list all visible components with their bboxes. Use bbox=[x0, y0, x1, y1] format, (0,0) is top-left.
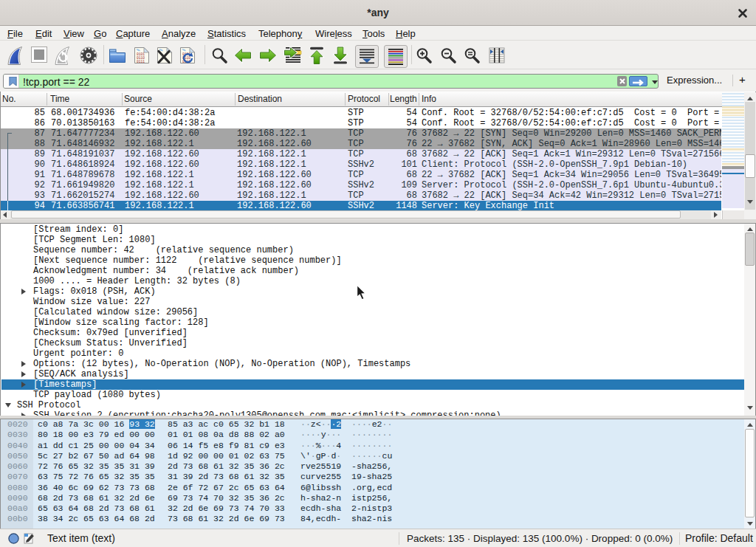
svg-text:0111: 0111 bbox=[137, 60, 145, 63]
